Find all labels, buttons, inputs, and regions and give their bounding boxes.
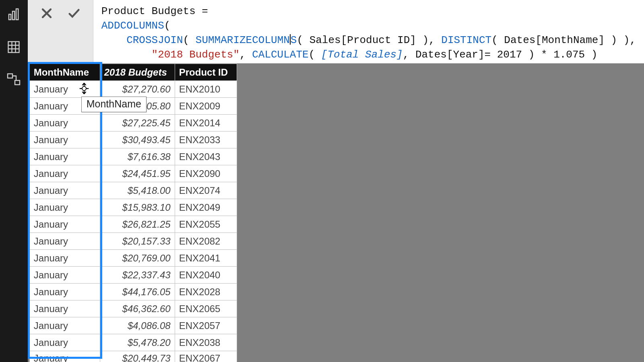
cell-budget[interactable]: $20,157.33	[100, 233, 175, 250]
cell-product-id[interactable]: ENX2040	[175, 267, 237, 284]
cell-monthname[interactable]: January	[29, 233, 100, 250]
cell-budget[interactable]: $20,769.00	[100, 250, 175, 267]
cell-product-id[interactable]: ENX2055	[175, 216, 237, 233]
cell-budget[interactable]: $27,270.60	[100, 81, 175, 98]
cell-budget[interactable]: $27,225.45	[100, 115, 175, 132]
formula-bar-buttons	[28, 0, 93, 63]
column-header-product-id[interactable]: Product ID	[175, 64, 237, 81]
cell-budget[interactable]: $5,478.20	[100, 334, 175, 351]
formula-editor[interactable]: Product Budgets = ADDCOLUMNS( CROSSJOIN(…	[93, 0, 644, 63]
table-row[interactable]: January$30,493.45ENX2033	[29, 132, 237, 148]
cell-product-id[interactable]: ENX2090	[175, 165, 237, 182]
table-row[interactable]: January$5,478.20ENX2038	[29, 334, 237, 351]
cell-product-id[interactable]: ENX2041	[175, 250, 237, 267]
svg-rect-3	[8, 42, 19, 53]
cell-monthname[interactable]: January	[29, 300, 100, 317]
cell-monthname[interactable]: January	[29, 81, 100, 98]
cell-monthname[interactable]: January	[29, 199, 100, 216]
cell-product-id[interactable]: ENX2057	[175, 317, 237, 334]
cell-product-id[interactable]: ENX2033	[175, 132, 237, 148]
cell-budget[interactable]: $46,362.60	[100, 300, 175, 317]
table-row[interactable]: January$27,225.45ENX2014	[29, 115, 237, 132]
cell-budget[interactable]: $4,086.08	[100, 317, 175, 334]
cell-product-id[interactable]: ENX2010	[175, 81, 237, 98]
table-row[interactable]: January$20,157.33ENX2082	[29, 233, 237, 250]
cell-product-id[interactable]: ENX2043	[175, 148, 237, 165]
cell-monthname[interactable]: January	[29, 216, 100, 233]
cell-budget[interactable]: $20,449.73	[100, 351, 175, 362]
cell-product-id[interactable]: ENX2038	[175, 334, 237, 351]
table-row[interactable]: January$4,086.08ENX2057	[29, 317, 237, 334]
table-row[interactable]: January$24,451.95ENX2090	[29, 165, 237, 182]
column-header-2018-budgets[interactable]: 2018 Budgets	[100, 64, 175, 81]
table-row[interactable]: January$27,270.60ENX2010	[29, 81, 237, 98]
table-row[interactable]: January$46,362.60ENX2065	[29, 300, 237, 317]
cell-monthname[interactable]: January	[29, 132, 100, 148]
main-area: Product Budgets = ADDCOLUMNS( CROSSJOIN(…	[28, 0, 644, 362]
cell-budget[interactable]: $15,983.10	[100, 199, 175, 216]
column-tooltip: MonthName	[81, 97, 147, 112]
cell-product-id[interactable]: ENX2009	[175, 98, 237, 115]
svg-rect-2	[16, 9, 18, 20]
cell-monthname[interactable]: January	[29, 334, 100, 351]
cell-budget[interactable]: $26,821.25	[100, 216, 175, 233]
cell-product-id[interactable]: ENX2049	[175, 199, 237, 216]
formula-bar: Product Budgets = ADDCOLUMNS( CROSSJOIN(…	[28, 0, 644, 64]
cell-monthname[interactable]: January	[29, 284, 100, 300]
cell-product-id[interactable]: ENX2067	[175, 351, 237, 362]
data-view-button[interactable]	[4, 38, 23, 56]
cell-product-id[interactable]: ENX2082	[175, 233, 237, 250]
cell-product-id[interactable]: ENX2028	[175, 284, 237, 300]
header-row: MonthName 2018 Budgets Product ID	[29, 64, 237, 81]
table-row[interactable]: January$22,337.43ENX2040	[29, 267, 237, 284]
cell-monthname[interactable]: January	[29, 165, 100, 182]
table-row[interactable]: January$20,449.73ENX2067	[29, 351, 237, 362]
cell-budget[interactable]: $22,337.43	[100, 267, 175, 284]
cell-budget[interactable]: $44,176.05	[100, 284, 175, 300]
cancel-formula-button[interactable]	[38, 5, 55, 22]
table-row[interactable]: January$7,616.38ENX2043	[29, 148, 237, 165]
cell-monthname[interactable]: January	[29, 317, 100, 334]
cell-product-id[interactable]: ENX2065	[175, 300, 237, 317]
table-row[interactable]: January$20,769.00ENX2041	[29, 250, 237, 267]
cell-monthname[interactable]: January	[29, 267, 100, 284]
cell-monthname[interactable]: January	[29, 115, 100, 132]
cell-budget[interactable]: $24,451.95	[100, 165, 175, 182]
commit-formula-button[interactable]	[66, 5, 83, 22]
cell-monthname[interactable]: January	[29, 182, 100, 199]
model-view-button[interactable]	[4, 70, 23, 88]
formula-text: Product Budgets = ADDCOLUMNS( CROSSJOIN(…	[101, 5, 636, 61]
svg-rect-1	[12, 11, 14, 20]
table-row[interactable]: January$44,176.05ENX2028	[29, 284, 237, 300]
cell-budget[interactable]: $5,418.00	[100, 182, 175, 199]
table-row[interactable]: January$5,418.00ENX2074	[29, 182, 237, 199]
column-header-monthname[interactable]: MonthName	[29, 64, 100, 81]
svg-rect-0	[9, 14, 11, 20]
cell-product-id[interactable]: ENX2014	[175, 115, 237, 132]
svg-rect-9	[15, 80, 20, 85]
cell-monthname[interactable]: January	[29, 148, 100, 165]
report-view-button[interactable]	[4, 6, 23, 24]
view-nav-rail	[0, 0, 28, 362]
svg-rect-8	[8, 74, 12, 78]
data-grid-area: MonthName 2018 Budgets Product ID Januar…	[28, 64, 644, 362]
cell-product-id[interactable]: ENX2074	[175, 182, 237, 199]
cell-budget[interactable]: $30,493.45	[100, 132, 175, 148]
cell-budget[interactable]: $7,616.38	[100, 148, 175, 165]
table-row[interactable]: January$26,821.25ENX2055	[29, 216, 237, 233]
table-row[interactable]: January$15,983.10ENX2049	[29, 199, 237, 216]
cell-monthname[interactable]: January	[29, 351, 100, 362]
cell-monthname[interactable]: January	[29, 250, 100, 267]
